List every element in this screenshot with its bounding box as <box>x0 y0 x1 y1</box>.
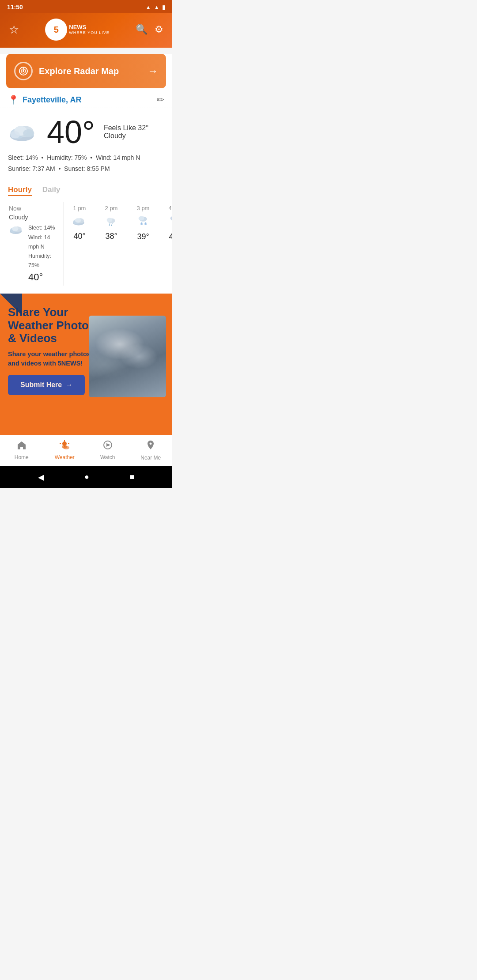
svg-line-20 <box>109 224 110 226</box>
now-temp: 40° <box>28 271 58 283</box>
tab-hourly[interactable]: Hourly <box>8 185 32 196</box>
edit-location-icon[interactable]: ✏ <box>157 94 164 105</box>
status-battery: ▮ <box>162 4 165 11</box>
home-icon <box>16 440 27 452</box>
bottom-nav: Home Weather Watch Near Me <box>0 435 172 466</box>
svg-point-23 <box>139 216 144 221</box>
status-signal: ▲ <box>145 4 151 11</box>
logo-text: NEWS <box>69 24 109 31</box>
svg-point-8 <box>23 129 34 137</box>
status-bar: 11:50 ▲ ▲ ▮ <box>0 0 172 13</box>
logo-sub: WHERE YOU LIVE <box>69 30 109 35</box>
location-pin-icon: 📍 <box>8 94 19 105</box>
current-temperature: 40° <box>47 116 95 148</box>
main-content: Explore Radar Map → 📍 Fayetteville, AR ✏ <box>0 54 172 435</box>
tab-daily[interactable]: Daily <box>42 185 61 196</box>
hour-icon-snow: ❄ ❄ <box>136 214 151 230</box>
hour-item-3pm: 3 pm ❄ ❄ 39° <box>127 202 159 285</box>
weather-nav-icon <box>59 440 70 452</box>
home-button[interactable]: ● <box>84 472 89 482</box>
weather-cloud-icon <box>8 121 40 143</box>
radar-label: Explore Radar Map <box>39 66 119 76</box>
hour-item-1pm: 1 pm 40° <box>64 202 95 285</box>
svg-marker-39 <box>106 443 110 447</box>
recents-button[interactable]: ■ <box>129 472 134 482</box>
radar-icon <box>14 62 33 80</box>
current-condition: Cloudy <box>104 132 149 140</box>
now-details: Sleet: 14% Wind: 14 mph N Humidity: 75% <box>28 223 58 270</box>
hour-icon-rain <box>167 214 172 230</box>
weather-details: Sleet: 14% • Humidity: 75% • Wind: 14 mp… <box>8 152 164 174</box>
status-icons: ▲ ▲ ▮ <box>145 4 165 11</box>
hourly-forecast[interactable]: Now Cloudy Sleet: 14% Wind: 14 mph N Hu <box>0 200 172 293</box>
logo-circle: 5 <box>45 19 67 41</box>
radar-banner[interactable]: Explore Radar Map → <box>6 54 166 88</box>
svg-line-21 <box>111 224 112 226</box>
status-wifi: ▲ <box>154 4 159 11</box>
hour-now: Now Cloudy Sleet: 14% Wind: 14 mph N Hu <box>6 202 64 285</box>
favorite-button[interactable]: ☆ <box>9 23 19 37</box>
feels-like: Feels Like 32° <box>104 124 149 132</box>
svg-point-17 <box>75 219 81 223</box>
location-name[interactable]: Fayetteville, AR <box>23 95 81 105</box>
hour-icon-cloudy <box>72 214 87 229</box>
current-weather: 40° Feels Like 32° Cloudy Sleet: 14% • H… <box>0 108 172 179</box>
settings-icon[interactable]: ⚙ <box>155 24 163 35</box>
back-button[interactable]: ◀ <box>38 472 44 482</box>
hour-icon-sleet <box>104 214 119 229</box>
svg-marker-30 <box>0 294 22 316</box>
nav-weather[interactable]: Weather <box>43 435 87 466</box>
near-me-icon <box>146 440 155 453</box>
nav-near-me[interactable]: Near Me <box>129 435 173 466</box>
now-cloud-icon <box>9 223 25 237</box>
svg-text:❄: ❄ <box>140 222 144 226</box>
forecast-tabs: Hourly Daily <box>0 179 172 200</box>
nav-watch[interactable]: Watch <box>86 435 129 466</box>
promo-cloud-image <box>89 316 166 397</box>
nav-home[interactable]: Home <box>0 435 43 466</box>
hour-item-4pm: 4 pm 40° <box>159 202 172 285</box>
svg-point-19 <box>107 218 113 222</box>
hour-item-2pm: 2 pm 38° <box>95 202 127 285</box>
promo-body: Share your weather photos and videos wit… <box>8 350 101 368</box>
status-time: 11:50 <box>7 4 23 11</box>
svg-point-9 <box>10 131 20 138</box>
app-header: ☆ 5 NEWS WHERE YOU LIVE 🔍 ⚙ <box>0 13 172 48</box>
app-logo: 5 NEWS WHERE YOU LIVE <box>45 19 109 41</box>
location-row: 📍 Fayetteville, AR ✏ <box>0 88 172 108</box>
search-icon[interactable]: 🔍 <box>136 24 148 35</box>
watch-icon <box>102 440 113 452</box>
promo-section: Share Your Weather Photos & Videos Share… <box>0 294 172 435</box>
submit-button[interactable]: Submit Here → <box>8 375 85 395</box>
svg-point-37 <box>62 445 67 449</box>
system-nav: ◀ ● ■ <box>0 466 172 488</box>
header-actions: 🔍 ⚙ <box>136 24 163 35</box>
promo-flag-icon <box>0 294 22 316</box>
svg-text:❄: ❄ <box>144 222 148 226</box>
radar-arrow-icon: → <box>148 65 158 77</box>
svg-point-13 <box>12 226 18 231</box>
svg-point-27 <box>170 216 172 221</box>
